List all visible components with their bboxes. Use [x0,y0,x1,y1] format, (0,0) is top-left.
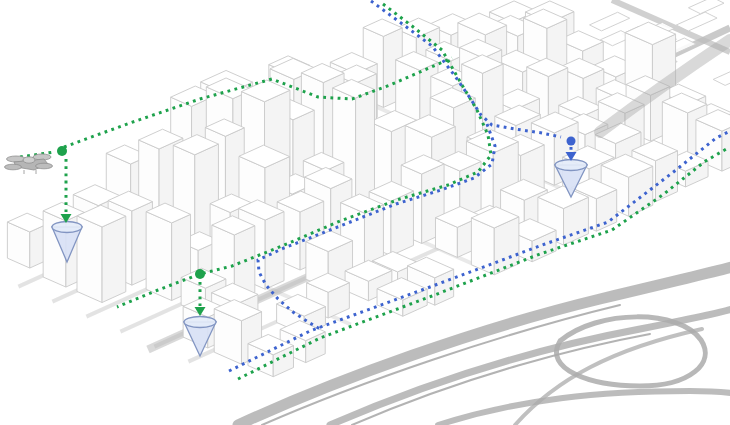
drone-icon [5,154,53,174]
cone-top [555,160,587,171]
building [77,205,126,302]
flat-block-outline [688,0,724,14]
city-flightpath-illustration [0,0,730,425]
building-face [265,212,284,290]
scene-container [0,0,730,425]
flat-block-outline [713,72,730,86]
drone-part [36,163,53,169]
cone-top [184,317,216,328]
city-buildings [7,1,730,377]
drone-part [5,164,22,170]
waypoint-dot-icon [57,146,67,156]
waypoint-dot-icon [195,269,205,279]
building-face [102,216,126,302]
cone-top [52,222,82,233]
building-face [146,212,172,301]
flat-block-outline [590,12,630,31]
drone-part [23,157,35,163]
highway-ribbon [438,391,730,425]
waypoint-dot-icon [567,137,576,146]
flat-block-outline [676,12,717,31]
